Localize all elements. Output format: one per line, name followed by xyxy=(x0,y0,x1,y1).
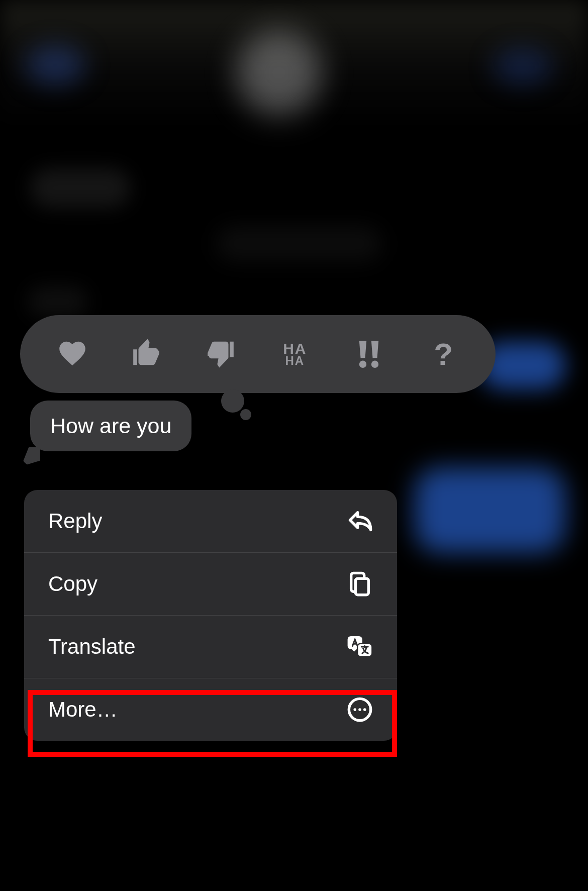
tapback-haha[interactable]: HA HA xyxy=(275,334,315,374)
message-context-menu: Reply Copy Translate More… xyxy=(24,490,397,741)
selected-message-bubble[interactable]: How are you xyxy=(30,401,191,451)
more-menu-item[interactable]: More… xyxy=(24,678,397,741)
facetime-button-blur xyxy=(493,48,553,85)
copy-icon xyxy=(347,571,373,597)
bg-incoming-bubble-2 xyxy=(28,286,88,317)
svg-point-1 xyxy=(371,360,378,367)
exclaim-icon xyxy=(358,340,379,368)
haha-top: HA xyxy=(283,342,307,355)
tapback-question[interactable]: ? xyxy=(423,334,463,374)
svg-point-0 xyxy=(359,360,366,367)
svg-rect-2 xyxy=(355,578,368,595)
question-icon: ? xyxy=(434,336,453,372)
menu-label: Reply xyxy=(48,509,102,533)
tapback-tail xyxy=(221,389,244,413)
tapback-thumbs-up[interactable] xyxy=(126,334,166,374)
bg-incoming-bubble xyxy=(30,168,131,208)
more-icon xyxy=(347,697,373,723)
copy-menu-item[interactable]: Copy xyxy=(24,553,397,616)
menu-label: Copy xyxy=(48,572,97,596)
bg-date-separator xyxy=(216,226,382,261)
avatar-blur xyxy=(236,30,322,116)
tapback-reaction-bar: HA HA ? xyxy=(20,315,496,393)
bg-outgoing-bubble-2 xyxy=(415,467,565,553)
svg-point-6 xyxy=(353,708,356,711)
haha-icon: HA HA xyxy=(283,342,307,366)
tapback-heart[interactable] xyxy=(52,334,92,374)
message-text: How are you xyxy=(50,414,171,438)
tapback-tail-small xyxy=(240,409,251,420)
svg-point-7 xyxy=(358,708,361,711)
thumbs-up-icon xyxy=(131,338,162,371)
tapback-thumbs-down[interactable] xyxy=(201,334,241,374)
message-bubble-tail xyxy=(21,447,40,466)
reply-menu-item[interactable]: Reply xyxy=(24,490,397,553)
tapback-exclaim[interactable] xyxy=(349,334,389,374)
translate-icon xyxy=(347,634,373,660)
thumbs-down-icon xyxy=(205,338,236,371)
svg-point-8 xyxy=(363,708,366,711)
reply-icon xyxy=(347,508,373,534)
menu-label: More… xyxy=(48,698,118,722)
menu-label: Translate xyxy=(48,635,136,659)
heart-icon xyxy=(57,338,88,371)
haha-bottom: HA xyxy=(283,355,307,366)
back-button-blur xyxy=(25,45,85,85)
translate-menu-item[interactable]: Translate xyxy=(24,616,397,678)
